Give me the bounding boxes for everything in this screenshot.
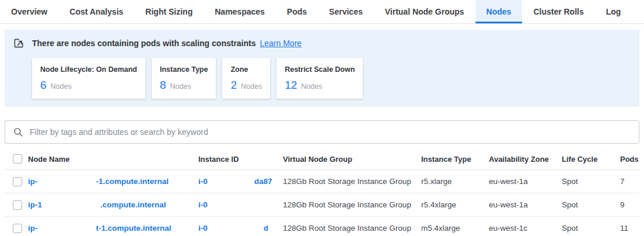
card-title: Instance Type <box>160 65 208 74</box>
table-row: ip-t-1.compute.internal i-0d 128Gb Root … <box>5 217 639 236</box>
external-link-icon <box>13 37 24 49</box>
redacted-text <box>208 228 264 229</box>
card-unit: Nodes <box>241 82 262 91</box>
virtual-node-group-cell: 128Gb Root Storage Instance Group <box>283 224 421 232</box>
table-row: ip--1.compute.internal i-0da87 128Gb Roo… <box>5 170 639 193</box>
card-title: Restrict Scale Down <box>285 65 355 74</box>
col-virtual-node-group: Virtual Node Group <box>283 155 421 164</box>
col-instance-id: Instance ID <box>198 155 283 164</box>
card-count: 12 <box>285 79 297 92</box>
node-name-link[interactable]: ip-1.compute.internal <box>28 200 198 209</box>
nodes-table: Node Name Instance ID Virtual Node Group… <box>0 148 644 236</box>
node-name-link[interactable]: ip-t-1.compute.internal <box>28 224 198 232</box>
card-title: Node Lifecycle: On Demand <box>40 65 137 74</box>
pods-cell: 9 <box>620 200 639 209</box>
life-cycle-cell: Spot <box>562 224 620 232</box>
tab-pods[interactable]: Pods <box>276 0 318 23</box>
search-icon <box>13 127 23 137</box>
tab-bar: Overview Cost Analysis Right Sizing Name… <box>0 0 644 24</box>
card-zone[interactable]: Zone 2 Nodes <box>222 58 270 99</box>
redacted-text <box>38 182 96 182</box>
row-checkbox[interactable] <box>13 224 22 233</box>
tab-log[interactable]: Log <box>595 0 632 23</box>
filter-input[interactable] <box>30 127 631 137</box>
card-title: Zone <box>230 65 262 74</box>
life-cycle-cell: Spot <box>562 177 620 186</box>
col-pods: Pods <box>620 155 639 164</box>
redacted-text <box>38 228 96 229</box>
row-checkbox[interactable] <box>13 177 22 186</box>
row-checkbox[interactable] <box>13 200 22 210</box>
tab-virtual-node-groups[interactable]: Virtual Node Groups <box>374 0 475 23</box>
filter-bar <box>5 120 639 144</box>
table-header-row: Node Name Instance ID Virtual Node Group… <box>5 148 639 170</box>
card-count: 6 <box>40 79 47 92</box>
banner-message: There are nodes containing pods with sca… <box>32 39 256 48</box>
card-unit: Nodes <box>51 82 72 91</box>
node-name-link[interactable]: ip--1.compute.internal <box>28 177 198 186</box>
card-unit: Nodes <box>301 82 322 91</box>
instance-id-link[interactable]: i-0da87 <box>198 177 283 186</box>
card-instance-type[interactable]: Instance Type 8 Nodes <box>152 58 216 99</box>
tab-cost-analysis[interactable]: Cost Analysis <box>58 0 134 23</box>
tab-right-sizing[interactable]: Right Sizing <box>134 0 204 23</box>
col-instance-type: Instance Type <box>421 155 489 164</box>
pods-cell: 11 <box>620 224 639 232</box>
card-restrict-scale-down[interactable]: Restrict Scale Down 12 Nodes <box>276 58 363 99</box>
tab-namespaces[interactable]: Namespaces <box>204 0 276 23</box>
col-node-name: Node Name <box>28 155 198 164</box>
virtual-node-group-cell: 128Gb Root Storage Instance Group <box>283 177 421 186</box>
virtual-node-group-cell: 128Gb Root Storage Instance Group <box>283 200 421 209</box>
tab-nodes[interactable]: Nodes <box>475 0 523 23</box>
tab-overview[interactable]: Overview <box>0 0 58 23</box>
table-row: ip-1.compute.internal i-0 128Gb Root Sto… <box>5 193 639 217</box>
card-node-lifecycle-on-demand[interactable]: Node Lifecycle: On Demand 6 Nodes <box>32 58 145 99</box>
life-cycle-cell: Spot <box>562 200 620 209</box>
availability-zone-cell: eu-west-1a <box>489 200 562 209</box>
availability-zone-cell: eu-west-1c <box>489 224 562 232</box>
constraint-cards: Node Lifecycle: On Demand 6 Nodes Instan… <box>32 58 639 99</box>
instance-type-cell: m5.4xlarge <box>421 224 489 232</box>
tab-cluster-rolls[interactable]: Cluster Rolls <box>522 0 594 23</box>
instance-id-link[interactable]: i-0d <box>198 224 283 232</box>
scaling-constraints-banner: There are nodes containing pods with sca… <box>5 30 639 107</box>
col-availability-zone: Availability Zone <box>489 155 562 164</box>
select-all-checkbox[interactable] <box>13 154 22 164</box>
redacted-text <box>208 182 254 182</box>
col-life-cycle: Life Cycle <box>562 155 620 164</box>
learn-more-link[interactable]: Learn More <box>260 39 302 48</box>
pods-cell: 7 <box>620 177 639 186</box>
card-count: 8 <box>160 79 166 92</box>
availability-zone-cell: eu-west-1a <box>489 177 562 186</box>
instance-type-cell: r5.xlarge <box>421 177 489 186</box>
card-count: 2 <box>230 79 237 92</box>
instance-id-link[interactable]: i-0 <box>198 200 283 209</box>
banner-header: There are nodes containing pods with sca… <box>5 37 639 50</box>
instance-type-cell: r5.4xlarge <box>421 200 489 209</box>
tab-services[interactable]: Services <box>318 0 374 23</box>
card-unit: Nodes <box>170 82 191 91</box>
redacted-text <box>42 205 100 206</box>
